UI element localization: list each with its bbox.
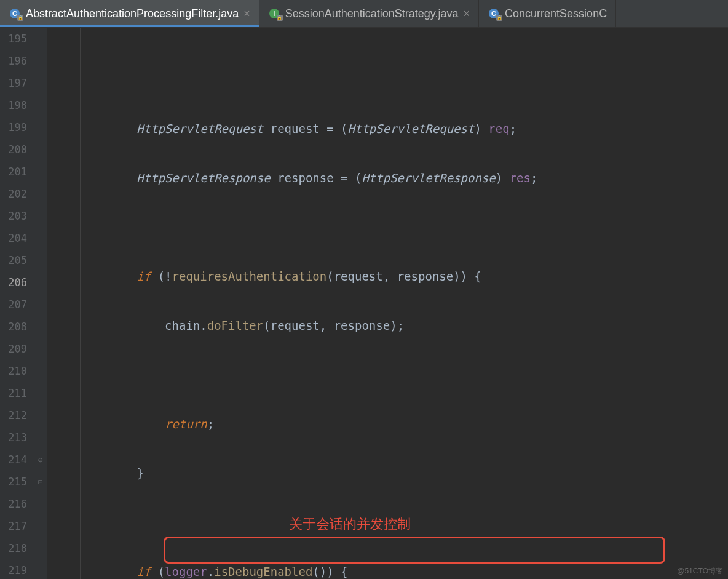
fold-marker bbox=[34, 116, 47, 138]
fold-marker bbox=[34, 94, 47, 116]
line-number: 209 bbox=[0, 338, 27, 360]
watermark: @51CTO博客 bbox=[677, 566, 723, 577]
line-number: 217 bbox=[0, 515, 27, 537]
tab-label: ConcurrentSessionC bbox=[505, 7, 607, 20]
code-line[interactable]: HttpServletRequest request = (HttpServle… bbox=[113, 118, 728, 140]
fold-marker bbox=[34, 72, 47, 94]
fold-marker bbox=[34, 559, 47, 579]
code-line[interactable]: return; bbox=[113, 413, 728, 435]
line-number: 195 bbox=[0, 28, 27, 50]
line-number: 211 bbox=[0, 382, 27, 404]
line-number: 216 bbox=[0, 493, 27, 515]
tab-label: SessionAuthenticationStrategy.java bbox=[285, 7, 459, 20]
code-line[interactable] bbox=[113, 511, 728, 533]
line-number: 203 bbox=[0, 205, 27, 227]
fold-marker bbox=[34, 205, 47, 227]
line-number: 219 bbox=[0, 559, 27, 579]
code-line[interactable] bbox=[113, 364, 728, 386]
line-number: 200 bbox=[0, 138, 27, 161]
line-number: 205 bbox=[0, 249, 27, 271]
code-line[interactable]: HttpServletResponse response = (HttpServ… bbox=[113, 167, 728, 189]
fold-marker bbox=[34, 161, 47, 183]
line-gutter: 1951961971981992002012022032042052062072… bbox=[0, 28, 34, 579]
fold-marker bbox=[34, 249, 47, 271]
fold-column: ⊖⊟ bbox=[34, 28, 47, 579]
fold-marker[interactable]: ⊟ bbox=[34, 471, 47, 493]
code-line[interactable]: } bbox=[113, 462, 728, 484]
fold-marker bbox=[34, 183, 47, 205]
editor-tabs: C 🔒 AbstractAuthenticationProcessingFilt… bbox=[0, 0, 728, 28]
lock-icon: 🔒 bbox=[496, 15, 502, 21]
line-number: 206 bbox=[0, 271, 27, 293]
code-line[interactable]: chain.doFilter(request, response); bbox=[113, 314, 728, 337]
fold-marker bbox=[34, 360, 47, 382]
fold-marker bbox=[34, 271, 47, 293]
tab-session-auth-strategy[interactable]: I 🔒 SessionAuthenticationStrategy.java × bbox=[259, 0, 479, 27]
close-icon[interactable]: × bbox=[464, 8, 470, 19]
line-number: 213 bbox=[0, 426, 27, 449]
line-number: 202 bbox=[0, 183, 27, 205]
annotation-box bbox=[164, 537, 665, 564]
fold-marker bbox=[34, 28, 47, 50]
line-number: 201 bbox=[0, 161, 27, 183]
line-number: 207 bbox=[0, 293, 27, 316]
fold-marker bbox=[34, 138, 47, 161]
line-number: 212 bbox=[0, 404, 27, 426]
indent-guide-column bbox=[80, 28, 113, 579]
fold-marker bbox=[34, 338, 47, 360]
fold-marker bbox=[34, 493, 47, 515]
class-icon: C 🔒 bbox=[9, 7, 21, 20]
line-number: 215 bbox=[0, 471, 27, 493]
code-line[interactable]: if (!requiresAuthentication(request, res… bbox=[113, 265, 728, 287]
editor[interactable]: 1951961971981992002012022032042052062072… bbox=[0, 28, 728, 579]
tab-label: AbstractAuthenticationProcessingFilter.j… bbox=[26, 7, 239, 20]
fold-marker bbox=[34, 50, 47, 72]
code-line[interactable] bbox=[113, 216, 728, 238]
code-line[interactable] bbox=[113, 68, 728, 90]
margin-column bbox=[47, 28, 80, 579]
fold-marker bbox=[34, 537, 47, 559]
line-number: 208 bbox=[0, 316, 27, 338]
fold-marker bbox=[34, 515, 47, 537]
lock-icon: 🔒 bbox=[17, 15, 23, 21]
fold-marker bbox=[34, 382, 47, 404]
fold-marker bbox=[34, 293, 47, 316]
tab-abstract-auth-filter[interactable]: C 🔒 AbstractAuthenticationProcessingFilt… bbox=[0, 0, 259, 27]
fold-marker bbox=[34, 227, 47, 249]
line-number: 196 bbox=[0, 50, 27, 72]
code-line[interactable]: if (logger.isDebugEnabled()) { bbox=[113, 561, 728, 579]
line-number: 199 bbox=[0, 116, 27, 138]
line-number: 210 bbox=[0, 360, 27, 382]
class-icon: C 🔒 bbox=[488, 7, 500, 20]
fold-marker[interactable]: ⊖ bbox=[34, 449, 47, 471]
fold-marker bbox=[34, 404, 47, 426]
line-number: 198 bbox=[0, 94, 27, 116]
interface-icon: I 🔒 bbox=[268, 7, 280, 20]
code-area[interactable]: HttpServletRequest request = (HttpServle… bbox=[113, 28, 728, 579]
close-icon[interactable]: × bbox=[243, 8, 250, 19]
line-number: 214 bbox=[0, 449, 27, 471]
lock-icon: 🔒 bbox=[277, 15, 283, 21]
fold-marker bbox=[34, 426, 47, 449]
fold-marker bbox=[34, 316, 47, 338]
line-number: 204 bbox=[0, 227, 27, 249]
line-number: 197 bbox=[0, 72, 27, 94]
line-number: 218 bbox=[0, 537, 27, 559]
tab-concurrent-session[interactable]: C 🔒 ConcurrentSessionC bbox=[479, 0, 616, 27]
